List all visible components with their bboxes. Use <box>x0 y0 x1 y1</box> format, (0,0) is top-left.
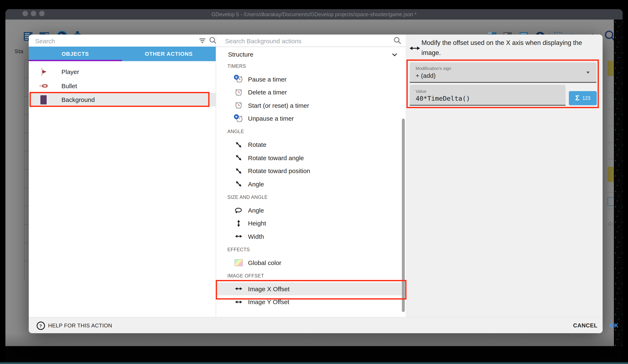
action-height[interactable]: Height <box>216 217 406 230</box>
object-search-row <box>28 35 216 47</box>
action-rotate-toward-position[interactable]: Rotate toward position <box>216 164 406 178</box>
object-tabs: OBJECTS OTHER ACTIONS <box>28 47 216 61</box>
window-title: GDevelop 5 - /Users/dkarakay/Documents/G… <box>5 9 623 19</box>
action-angle[interactable]: Angle <box>216 178 406 190</box>
object-item-bullet[interactable]: Bullet <box>28 79 216 93</box>
field-label: Modification's sign <box>416 66 451 71</box>
action-label: Delete a timer <box>248 89 287 96</box>
search-icon <box>393 36 402 45</box>
action-edit-dialog: OBJECTS OTHER ACTIONS Player Bullet <box>28 35 602 333</box>
help-label: HELP FOR THIS ACTION <box>48 322 112 329</box>
section-header: EFFECTS <box>216 243 406 256</box>
cancel-button[interactable]: CANCEL <box>567 317 604 334</box>
screen: GDevelop 5 - /Users/dkarakay/Documents/G… <box>0 0 628 364</box>
action-rotate[interactable]: Rotate <box>216 138 406 151</box>
action-label: Rotate toward position <box>248 168 310 175</box>
chevron-down-icon <box>391 51 398 58</box>
action-search-row <box>216 35 406 47</box>
action-global-color[interactable]: Global color <box>216 256 406 269</box>
ok-button[interactable]: OK <box>605 317 623 334</box>
vertical-arrow-icon <box>234 219 243 228</box>
action-label: Start (or reset) a timer <box>248 102 309 109</box>
bottom-edge-strip <box>0 362 628 364</box>
section-header: TIMERS <box>216 60 406 73</box>
object-label: Background <box>61 96 95 103</box>
action-unpause-a-timer[interactable]: Unpause a timer <box>216 112 406 125</box>
object-label: Player <box>61 68 79 75</box>
section-header: SIZE AND ANGLE <box>216 190 406 204</box>
timer-play-icon <box>234 114 243 123</box>
horizontal-arrow-icon <box>234 232 243 241</box>
scene-editor-bottom <box>5 346 623 362</box>
horizontal-arrow-icon <box>234 298 243 306</box>
diagonal-arrow-icon <box>234 180 243 188</box>
caret-down-icon <box>586 71 590 74</box>
section-header: ANGLE <box>216 125 406 138</box>
tab-other-actions[interactable]: OTHER ACTIONS <box>122 47 216 61</box>
diagonal-arrow-icon <box>234 141 243 149</box>
action-search-input[interactable] <box>224 35 384 46</box>
modification-sign-value: + (add) <box>416 72 436 79</box>
value-expression: 40*TimeDelta() <box>416 95 470 102</box>
scene-editor-strip <box>614 19 623 362</box>
filter-icon[interactable] <box>198 37 206 45</box>
action-label: Image Y Offset <box>248 299 289 305</box>
object-item-background[interactable]: Background <box>28 93 216 107</box>
action-label: Width <box>248 233 264 240</box>
action-width[interactable]: Width <box>216 230 406 243</box>
action-delete-a-timer[interactable]: Delete a timer <box>216 86 406 99</box>
action-size-angle[interactable]: Angle <box>216 204 406 217</box>
action-pause-a-timer[interactable]: Pause a timer <box>216 73 406 86</box>
action-label: Pause a timer <box>248 76 287 83</box>
titlebar: GDevelop 5 - /Users/dkarakay/Documents/G… <box>5 9 623 19</box>
action-label: Rotate <box>248 141 266 148</box>
action-rotate-toward-angle[interactable]: Rotate toward angle <box>216 151 406 164</box>
action-start-or-reset-a-timer[interactable]: Start (or reset) a timer <box>216 99 406 112</box>
action-label: Height <box>248 220 266 227</box>
expression-editor-button[interactable]: Σ 123 <box>569 91 597 105</box>
active-tab-indicator <box>28 60 122 61</box>
object-list: Player Bullet Background <box>28 65 216 107</box>
action-label: Angle <box>248 181 264 188</box>
field-label: Value <box>416 88 426 93</box>
horizontal-arrow-icon <box>409 45 421 52</box>
timer-pause-icon <box>234 75 243 84</box>
sigma-icon: Σ <box>575 94 579 102</box>
action-chooser-panel: Structure TIMERS Pause a timer <box>216 35 406 317</box>
dialog-footer: ? HELP FOR THIS ACTION CANCEL OK <box>28 317 602 333</box>
bullet-icon <box>38 83 49 88</box>
timer-icon <box>234 88 243 97</box>
diagonal-arrow-icon <box>234 154 243 162</box>
action-label: Unpause a timer <box>248 115 294 122</box>
modification-sign-select[interactable]: Modification's sign + (add) <box>410 62 596 83</box>
help-button[interactable]: ? HELP FOR THIS ACTION <box>36 317 112 334</box>
action-description: Modify the offset used on the X axis whe… <box>421 38 591 58</box>
numeric-badge: 123 <box>582 96 590 101</box>
action-image-y-offset[interactable]: Image Y Offset <box>216 295 406 308</box>
player-ship-icon <box>38 67 49 76</box>
action-image-x-offset[interactable]: Image X Offset <box>216 282 406 295</box>
horizontal-arrow-icon <box>234 285 243 293</box>
action-label: Image X Offset <box>248 285 290 293</box>
scrollbar-thumb[interactable] <box>402 119 404 312</box>
value-input-field[interactable]: Value 40*TimeDelta() <box>410 85 565 106</box>
section-header: IMAGE OFFSET <box>216 269 406 282</box>
window-bottom-band <box>5 333 614 346</box>
tab-objects[interactable]: OBJECTS <box>28 47 122 61</box>
timer-icon <box>234 101 243 110</box>
object-chooser-panel: OBJECTS OTHER ACTIONS Player Bullet <box>28 35 216 317</box>
help-icon: ? <box>36 321 45 330</box>
scene-tab: Sta <box>14 48 23 55</box>
action-list: TIMERS Pause a timer Delete a timer <box>216 60 406 308</box>
diagonal-arrow-icon <box>234 167 243 175</box>
search-icon <box>208 36 216 45</box>
background-object-icon <box>38 95 49 104</box>
action-label: Rotate toward angle <box>248 154 304 161</box>
object-search-input[interactable] <box>34 35 161 46</box>
rainbow-icon <box>234 259 243 266</box>
group-select-value: Structure <box>228 51 253 58</box>
object-item-player[interactable]: Player <box>28 65 216 79</box>
rotate-loop-icon <box>234 206 243 214</box>
action-label: Global color <box>248 259 281 266</box>
object-label: Bullet <box>61 82 77 89</box>
